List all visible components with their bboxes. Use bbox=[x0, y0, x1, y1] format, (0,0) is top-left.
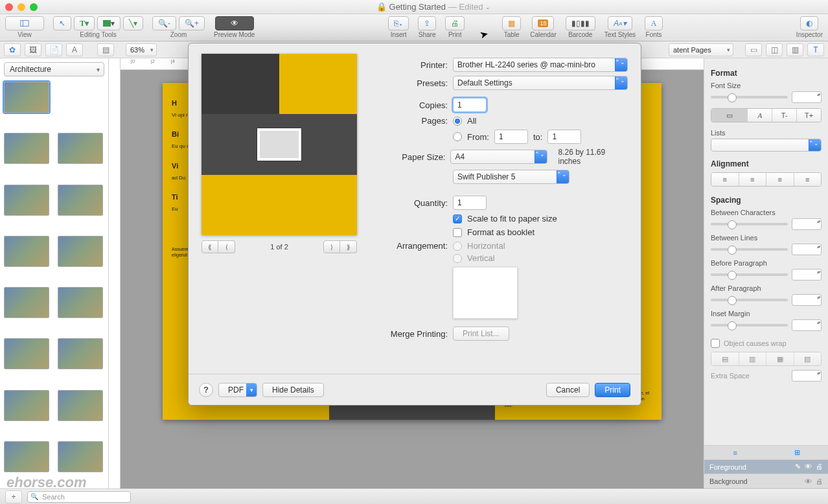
printer-select[interactable]: Brother HL-2240 series @ mac-mini-bro bbox=[453, 58, 628, 72]
text-tool-button[interactable]: T▾ bbox=[74, 16, 95, 30]
zoom-window-icon[interactable] bbox=[30, 3, 38, 11]
prev-page-button[interactable]: ⟨ bbox=[218, 240, 235, 253]
thumbnail-item[interactable] bbox=[4, 82, 49, 113]
photos-tab-icon[interactable]: 🖼 bbox=[25, 43, 41, 56]
zoom-out-button[interactable]: 🔍- bbox=[152, 16, 176, 30]
font-size-slider[interactable] bbox=[711, 96, 788, 98]
print-list-button[interactable]: Print List... bbox=[453, 326, 509, 341]
increase-size-button[interactable]: T+ bbox=[797, 109, 821, 122]
files-tab-icon[interactable]: 📄 bbox=[45, 43, 62, 56]
between-lines-input[interactable] bbox=[792, 244, 822, 255]
category-select[interactable]: Architecture bbox=[4, 62, 104, 76]
insert-button[interactable]: ⎘▾ bbox=[388, 16, 409, 30]
thumbnail-item[interactable] bbox=[4, 390, 49, 421]
search-input[interactable]: Search bbox=[27, 491, 131, 503]
close-window-icon[interactable] bbox=[5, 3, 13, 11]
background-layer[interactable]: Background👁 🖨 bbox=[704, 474, 828, 488]
view-button[interactable] bbox=[5, 16, 44, 30]
between-chars-input[interactable] bbox=[792, 218, 822, 230]
align-right-button[interactable]: ≡ bbox=[766, 173, 794, 186]
thumbnail-item[interactable] bbox=[4, 338, 49, 369]
layers-tab-icon[interactable]: ≡ bbox=[704, 446, 766, 459]
print-button[interactable]: 🖨 bbox=[445, 16, 465, 30]
thumbnail-item[interactable] bbox=[58, 287, 103, 318]
add-layer-button[interactable]: + bbox=[5, 490, 22, 503]
paper-size-select[interactable]: A4 bbox=[450, 150, 547, 164]
quantity-input[interactable]: 1 bbox=[453, 196, 487, 210]
zoom-select[interactable]: 63% bbox=[126, 43, 157, 56]
share-button[interactable]: ⇪ bbox=[418, 16, 436, 30]
after-para-input[interactable] bbox=[792, 294, 822, 306]
between-lines-slider[interactable] bbox=[711, 248, 788, 251]
next-page-button[interactable]: ⟩ bbox=[323, 240, 340, 253]
app-options-select[interactable]: Swift Publisher 5 bbox=[453, 170, 569, 184]
pages-to-input[interactable]: 1 bbox=[547, 130, 581, 144]
insp-alignment-icon[interactable]: ▥ bbox=[787, 43, 803, 56]
thumbnail-item[interactable] bbox=[4, 185, 49, 216]
clipart-tab-icon[interactable]: ✿ bbox=[4, 43, 21, 56]
last-page-button[interactable]: ⟫ bbox=[340, 240, 357, 253]
insp-geometry-icon[interactable]: ▭ bbox=[745, 43, 762, 56]
content-pages-select[interactable]: atent Pages bbox=[669, 43, 733, 56]
decrease-size-button[interactable]: T- bbox=[772, 109, 797, 122]
pdf-button[interactable]: PDF bbox=[218, 383, 257, 397]
minimize-window-icon[interactable] bbox=[17, 3, 25, 11]
help-button[interactable]: ? bbox=[199, 383, 213, 397]
calendar-button[interactable]: 15 bbox=[532, 16, 554, 30]
copies-input[interactable]: 1 bbox=[453, 98, 487, 112]
foreground-layer[interactable]: Foreground✎ 👁 🖨 bbox=[704, 460, 828, 474]
object-wrap-checkbox[interactable] bbox=[711, 339, 720, 348]
print-confirm-button[interactable]: Print bbox=[595, 383, 630, 397]
table-button[interactable]: ▦ bbox=[502, 16, 521, 30]
grid-tab-icon[interactable]: ⊞ bbox=[766, 446, 829, 459]
quantity-label: Quantity: bbox=[370, 198, 448, 208]
between-chars-slider[interactable] bbox=[711, 223, 788, 225]
after-para-slider[interactable] bbox=[711, 299, 788, 301]
inset-margin-slider[interactable] bbox=[711, 324, 788, 326]
thumbnail-item[interactable] bbox=[4, 287, 49, 318]
shape-tool-button[interactable]: ▾ bbox=[97, 16, 121, 30]
thumbnail-item[interactable] bbox=[4, 133, 49, 164]
hide-details-button[interactable]: Hide Details bbox=[262, 383, 324, 397]
lists-select[interactable] bbox=[711, 139, 822, 152]
select-tool-button[interactable]: ↖ bbox=[53, 16, 71, 30]
line-tool-button[interactable]: ╲▾ bbox=[123, 16, 143, 30]
thumbnail-item[interactable] bbox=[58, 185, 103, 216]
presets-select[interactable]: Default Settings bbox=[453, 76, 628, 90]
booklet-checkbox[interactable] bbox=[453, 228, 462, 237]
font-size-input[interactable] bbox=[792, 91, 822, 103]
inset-margin-input[interactable] bbox=[792, 319, 822, 331]
pages-all-radio[interactable] bbox=[453, 117, 462, 126]
thumbnail-item[interactable] bbox=[4, 441, 49, 472]
pages-from-input[interactable]: 1 bbox=[494, 130, 528, 144]
thumbnail-item[interactable] bbox=[58, 441, 103, 472]
align-left-button[interactable]: ≡ bbox=[711, 173, 739, 186]
scale-fit-checkbox[interactable]: ✓ bbox=[453, 214, 462, 223]
align-center-button[interactable]: ≡ bbox=[739, 173, 767, 186]
fonts-button[interactable]: A bbox=[645, 16, 663, 30]
thumbnail-item[interactable] bbox=[4, 236, 49, 267]
barcode-button[interactable]: ▮▯▮▮ bbox=[566, 16, 595, 30]
cancel-button[interactable]: Cancel bbox=[546, 383, 590, 397]
extra-space-input[interactable] bbox=[792, 370, 822, 382]
text-styles-button[interactable]: AA▾ bbox=[608, 16, 632, 30]
pages-range-radio[interactable] bbox=[453, 132, 462, 141]
thumbnail-item[interactable] bbox=[58, 133, 103, 164]
italic-style-button[interactable]: A bbox=[748, 109, 772, 122]
insp-text-icon[interactable]: T bbox=[807, 43, 824, 56]
maps-tab-icon[interactable]: A bbox=[66, 43, 83, 56]
first-page-button[interactable]: ⟪ bbox=[201, 240, 218, 253]
inspector-button[interactable]: ◐ bbox=[800, 16, 818, 30]
pages-view-icon[interactable]: ▤ bbox=[97, 43, 114, 56]
align-justify-button[interactable]: ≡ bbox=[794, 173, 822, 186]
title-dropdown-icon[interactable]: ⌄ bbox=[485, 4, 490, 10]
outline-style-button[interactable]: ▭ bbox=[711, 109, 748, 122]
thumbnail-item[interactable] bbox=[58, 390, 103, 421]
insp-appearance-icon[interactable]: ◫ bbox=[766, 43, 783, 56]
before-para-input[interactable] bbox=[792, 269, 822, 281]
before-para-slider[interactable] bbox=[711, 273, 788, 276]
zoom-in-button[interactable]: 🔍+ bbox=[179, 16, 205, 30]
preview-mode-button[interactable]: 👁 bbox=[215, 16, 254, 30]
thumbnail-item[interactable] bbox=[58, 338, 103, 369]
thumbnail-item[interactable] bbox=[58, 236, 103, 267]
